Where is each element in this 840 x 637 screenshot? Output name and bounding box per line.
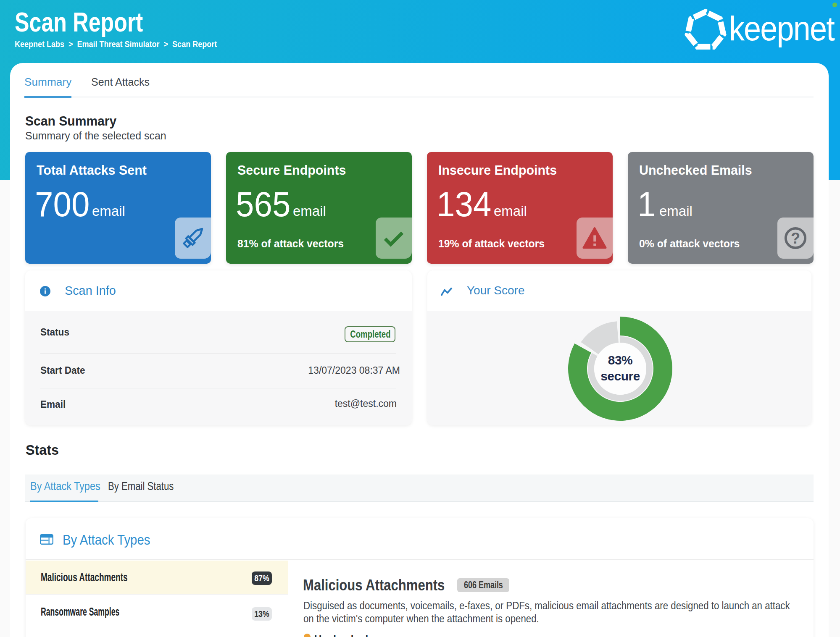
svg-text:?: ? — [791, 230, 800, 247]
